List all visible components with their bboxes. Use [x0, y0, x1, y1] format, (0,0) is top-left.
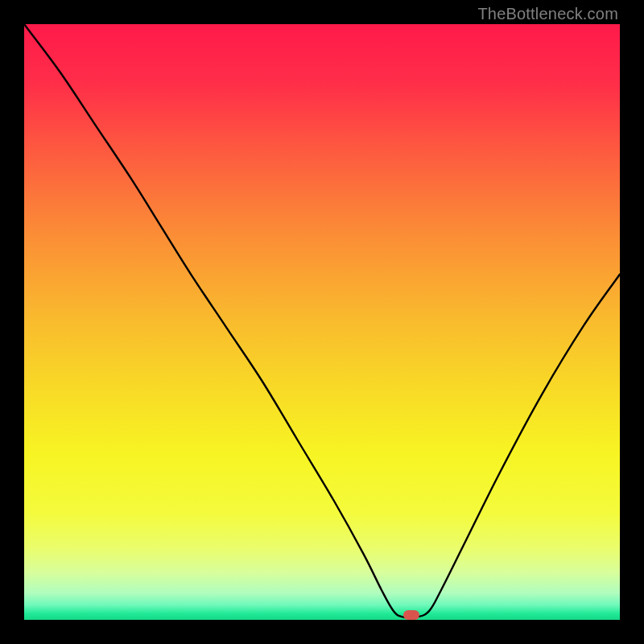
optimal-marker	[403, 610, 419, 620]
watermark-text: TheBottleneck.com	[477, 5, 618, 23]
plot-area	[24, 24, 620, 620]
chart-frame: TheBottleneck.com	[0, 0, 644, 644]
bottleneck-curve	[24, 24, 620, 620]
